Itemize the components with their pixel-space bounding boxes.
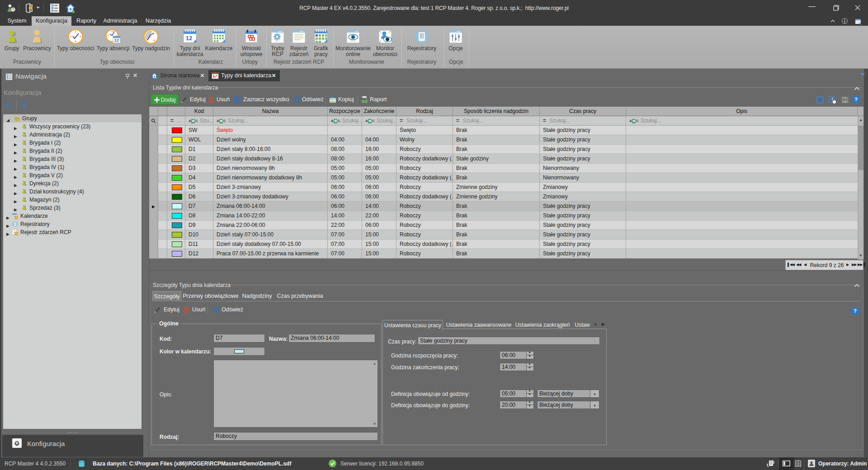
svg-text:12: 12	[114, 38, 119, 42]
svg-text:12: 12	[186, 35, 192, 42]
